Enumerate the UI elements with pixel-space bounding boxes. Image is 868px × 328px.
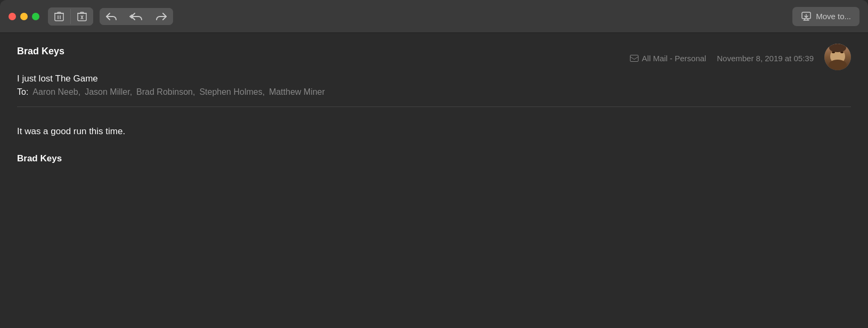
forward-button[interactable] [150, 8, 173, 25]
recipient-1: Aaron Neeb, [32, 87, 80, 97]
body-paragraph: It was a good run this time. [17, 124, 851, 138]
mailbox-icon [630, 55, 638, 62]
forward-icon [156, 12, 167, 21]
toolbar: Move to... [0, 0, 868, 33]
reply-button[interactable] [100, 8, 123, 25]
recipient-3: Brad Robinson, [136, 87, 195, 97]
recipient-5: Matthew Miner [269, 87, 325, 97]
body-signature: Brad Keys [17, 151, 851, 166]
trash-x-icon [77, 11, 87, 22]
maximize-button[interactable] [32, 13, 39, 20]
svg-rect-9 [630, 55, 638, 61]
traffic-lights [9, 13, 39, 20]
email-header: Brad Keys All Mail - Personal November 8… [0, 33, 868, 97]
delete-junk-button[interactable] [71, 7, 93, 26]
reply-all-icon [129, 12, 143, 21]
recipient-4: Stephen Holmes, [199, 87, 265, 97]
email-body: It was a good run this time. Brad Keys [0, 107, 868, 183]
email-subject: I just lost The Game [17, 73, 851, 84]
close-button[interactable] [9, 13, 16, 20]
sender-section: Brad Keys [17, 46, 64, 57]
to-label: To: [17, 87, 28, 97]
mail-window: Move to... Brad Keys All Mail - Personal… [0, 0, 868, 328]
move-to-icon [801, 11, 812, 22]
nav-button-group [100, 8, 173, 25]
move-to-button[interactable]: Move to... [792, 7, 859, 26]
minimize-button[interactable] [20, 13, 28, 20]
delete-button[interactable] [48, 7, 70, 26]
mailbox-label: All Mail - Personal [630, 54, 706, 63]
move-to-label: Move to... [816, 12, 851, 21]
email-meta-right: All Mail - Personal November 8, 2019 at … [630, 46, 851, 70]
sender-name: Brad Keys [17, 46, 64, 57]
email-meta-top: Brad Keys All Mail - Personal November 8… [17, 46, 851, 70]
mailbox-name: All Mail - Personal [642, 54, 706, 63]
avatar [824, 44, 851, 70]
reply-icon [106, 12, 117, 21]
svg-rect-0 [55, 13, 63, 21]
trash-icon [54, 11, 64, 22]
email-date: November 8, 2019 at 05:39 [717, 54, 814, 63]
reply-all-button[interactable] [123, 8, 150, 25]
recipient-2: Jason Miller, [85, 87, 132, 97]
email-to-line: To: Aaron Neeb, Jason Miller, Brad Robin… [17, 87, 851, 97]
delete-button-group [48, 7, 93, 26]
